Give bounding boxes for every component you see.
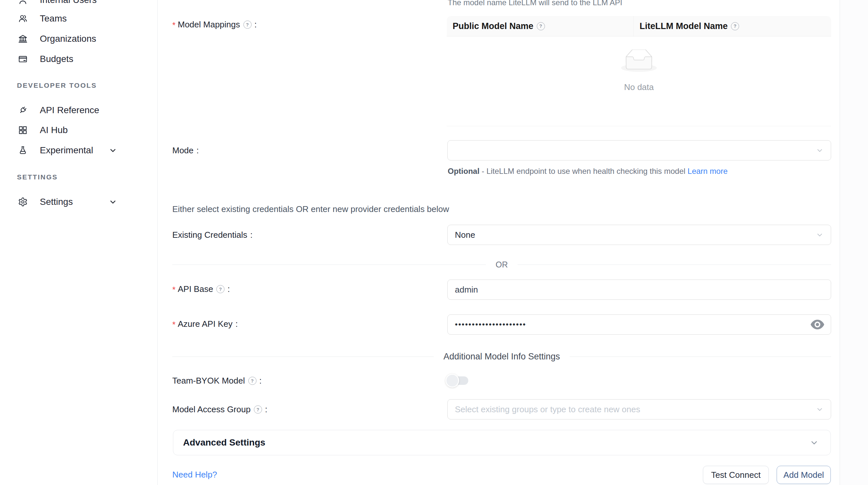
help-icon[interactable]: ?: [243, 21, 252, 29]
advanced-settings-label: Advanced Settings: [183, 438, 265, 448]
empty-inbox-icon: [621, 50, 657, 72]
chevron-down-icon: [108, 198, 117, 206]
credentials-note: Either select existing credentials OR en…: [172, 204, 449, 214]
help-icon[interactable]: ?: [731, 22, 739, 30]
help-icon[interactable]: ?: [254, 406, 262, 414]
help-icon[interactable]: ?: [537, 22, 545, 30]
azure-api-key-field: [447, 315, 831, 335]
sidebar-item-organizations[interactable]: Organizations: [0, 29, 157, 49]
toggle-knob: [445, 374, 459, 387]
azure-api-key-input[interactable]: [455, 320, 824, 329]
required-mark: *: [172, 285, 176, 294]
help-icon[interactable]: ?: [216, 285, 224, 293]
api-base-field: [447, 280, 831, 300]
azure-api-key-label: * Azure API Key :: [172, 319, 238, 329]
sidebar-item-label: API Reference: [40, 105, 99, 116]
sidebar-item-teams[interactable]: Teams: [0, 8, 157, 29]
model-mappings-label: * Model Mappings ? :: [172, 20, 257, 30]
user-icon: [18, 0, 28, 5]
sidebar-item-ai-hub[interactable]: AI Hub: [0, 120, 157, 140]
sidebar-item-settings[interactable]: Settings: [0, 192, 157, 212]
mode-select[interactable]: [447, 140, 831, 160]
sidebar-item-experimental[interactable]: Experimental: [0, 140, 157, 160]
teams-icon: [18, 13, 28, 24]
mode-help-text: Optional - LiteLLM endpoint to use when …: [448, 165, 728, 178]
table-header-row: Public Model Name ? LiteLLM Model Name ?: [447, 16, 831, 36]
column-header-litellm-model-name: LiteLLM Model Name ?: [633, 16, 831, 36]
sidebar-section-settings: SETTINGS: [17, 173, 58, 181]
sidebar-item-label: AI Hub: [40, 125, 68, 135]
sidebar-item-label: Experimental: [40, 145, 93, 156]
chevron-down-icon: [810, 438, 819, 447]
flask-icon: [18, 145, 28, 156]
bank-icon: [18, 34, 28, 44]
chevron-down-icon: [816, 231, 824, 239]
model-name-help-text: The model name LiteLLM will send to the …: [448, 0, 622, 7]
add-model-button[interactable]: Add Model: [777, 466, 831, 484]
add-model-page: Internal Users Teams Organizations Budge…: [0, 0, 868, 485]
gear-icon: [18, 197, 28, 207]
api-base-input[interactable]: [455, 285, 824, 295]
chevron-down-icon: [108, 146, 117, 155]
additional-settings-divider: Additional Model Info Settings: [172, 352, 831, 362]
model-access-group-label: Model Access Group ? :: [172, 405, 267, 415]
sidebar-item-label: Organizations: [40, 34, 96, 44]
learn-more-link[interactable]: Learn more: [687, 167, 728, 175]
sidebar-item-budgets[interactable]: Budgets: [0, 49, 157, 69]
sidebar-section-developer-tools: DEVELOPER TOOLS: [17, 82, 97, 89]
model-access-group-select[interactable]: Select existing groups or type to create…: [447, 399, 831, 419]
table-empty-body: No data: [447, 36, 831, 126]
api-base-label: * API Base ? :: [172, 284, 230, 294]
test-connect-button[interactable]: Test Connect: [703, 466, 769, 484]
required-mark: *: [172, 21, 176, 30]
existing-credentials-label: Existing Credentials :: [172, 230, 253, 240]
sidebar-item-label: Settings: [40, 197, 73, 207]
plug-icon: [18, 105, 28, 116]
required-mark: *: [172, 320, 176, 329]
sidebar: Internal Users Teams Organizations Budge…: [0, 0, 158, 485]
eye-icon[interactable]: [810, 319, 825, 330]
existing-credentials-select[interactable]: None: [447, 225, 831, 245]
team-byok-label: Team-BYOK Model ? :: [172, 376, 262, 386]
sidebar-item-label: Internal Users: [40, 0, 97, 5]
column-header-public-model-name: Public Model Name ?: [447, 16, 633, 36]
chevron-down-icon: [816, 147, 824, 154]
advanced-settings-panel[interactable]: Advanced Settings: [173, 430, 831, 455]
chevron-down-icon: [816, 406, 824, 413]
mode-label: Mode :: [172, 146, 199, 156]
no-data-text: No data: [621, 82, 657, 92]
grid-icon: [18, 125, 28, 135]
need-help-link[interactable]: Need Help?: [172, 470, 217, 480]
sidebar-item-label: Budgets: [40, 54, 73, 64]
team-byok-toggle[interactable]: [447, 377, 468, 385]
sidebar-item-api-reference[interactable]: API Reference: [0, 100, 157, 120]
credit-card-icon: [18, 54, 28, 64]
background-strip: [840, 0, 868, 485]
model-mappings-table: Public Model Name ? LiteLLM Model Name ?…: [447, 16, 831, 126]
sidebar-item-label: Teams: [40, 13, 67, 24]
or-divider: OR: [172, 260, 831, 269]
help-icon[interactable]: ?: [248, 377, 256, 385]
select-placeholder: Select existing groups or type to create…: [455, 405, 640, 415]
